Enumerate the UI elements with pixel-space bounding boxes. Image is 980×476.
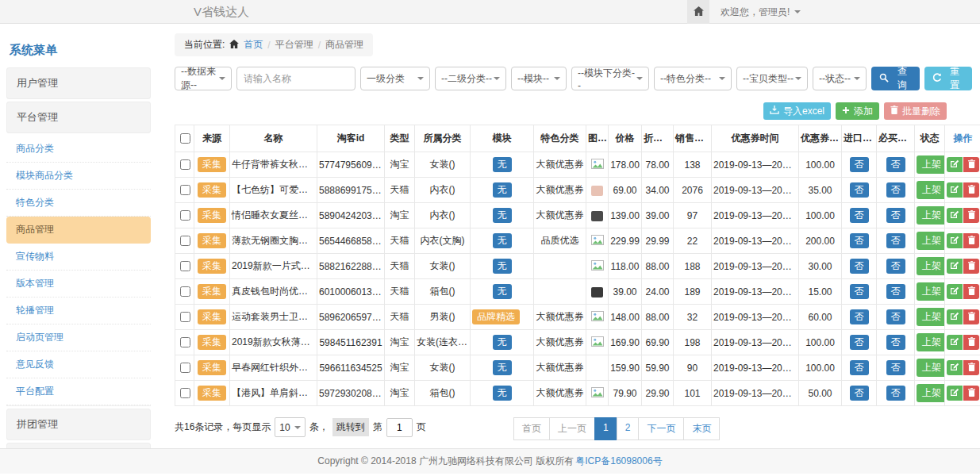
must-buy-flag-badge[interactable]: 否	[886, 157, 905, 172]
user-menu[interactable]: 欢迎您，管理员!	[721, 6, 801, 19]
import-flag-badge[interactable]: 否	[850, 182, 869, 198]
sidebar-subitem-link[interactable]: 意见反馈	[6, 351, 151, 378]
page-button-首页[interactable]: 首页	[513, 417, 550, 440]
sidebar-subitem-link[interactable]: 特色分类	[6, 190, 151, 217]
status-on-shelf-button[interactable]: 上架	[917, 384, 945, 402]
import-flag-badge[interactable]: 否	[850, 309, 869, 324]
sidebar-item-user-management[interactable]: 用户管理	[6, 67, 151, 99]
breadcrumb-home-link[interactable]: 首页	[244, 38, 263, 52]
sidebar-subitem-link[interactable]: 平台配置	[6, 378, 151, 405]
sidebar-item[interactable]: 拼团管理	[6, 409, 151, 440]
filter-feature-category-select[interactable]: --特色分类--	[654, 67, 732, 90]
sidebar-subitem-link[interactable]: 轮播管理	[6, 298, 151, 324]
edit-button[interactable]	[947, 233, 963, 248]
must-buy-flag-badge[interactable]: 否	[886, 335, 905, 350]
select-all-checkbox[interactable]	[180, 133, 190, 144]
delete-button[interactable]	[963, 182, 979, 198]
delete-button[interactable]	[963, 233, 979, 248]
delete-button[interactable]	[963, 360, 979, 375]
status-on-shelf-button[interactable]: 上架	[917, 333, 945, 351]
delete-button[interactable]	[963, 386, 979, 401]
filter-module-select[interactable]: --模块--	[511, 67, 567, 90]
filter-status-select[interactable]: --状态--	[813, 67, 867, 90]
page-button-2[interactable]: 2	[617, 417, 640, 440]
page-button-末页[interactable]: 末页	[683, 417, 720, 440]
import-flag-badge[interactable]: 否	[850, 360, 869, 375]
row-checkbox[interactable]	[180, 261, 190, 271]
home-button[interactable]	[687, 0, 709, 24]
delete-button[interactable]	[963, 309, 979, 324]
edit-button[interactable]	[947, 208, 963, 223]
status-on-shelf-button[interactable]: 上架	[917, 232, 945, 250]
must-buy-flag-badge[interactable]: 否	[886, 233, 905, 248]
import-flag-badge[interactable]: 否	[850, 335, 869, 350]
row-checkbox[interactable]	[180, 159, 190, 170]
filter-item-type-select[interactable]: --宝贝类型--	[736, 67, 808, 90]
filter-level1-category-select[interactable]: 一级分类	[360, 67, 430, 90]
per-page-select[interactable]: 10	[275, 417, 305, 437]
name-search-input[interactable]	[236, 67, 355, 90]
delete-button[interactable]	[963, 284, 979, 299]
must-buy-flag-badge[interactable]: 否	[886, 182, 905, 198]
edit-button[interactable]	[947, 309, 963, 324]
edit-button[interactable]	[947, 259, 963, 274]
edit-button[interactable]	[947, 386, 963, 401]
status-on-shelf-button[interactable]: 上架	[917, 155, 945, 174]
sidebar-subitem-link[interactable]: 模块商品分类	[6, 163, 151, 190]
sidebar-item-platform-management[interactable]: 平台管理	[6, 102, 151, 133]
import-flag-badge[interactable]: 否	[850, 233, 869, 248]
reset-button[interactable]: 重置	[924, 67, 973, 90]
edit-button[interactable]	[947, 182, 963, 198]
row-checkbox[interactable]	[180, 210, 190, 221]
delete-button[interactable]	[963, 259, 979, 274]
status-on-shelf-button[interactable]: 上架	[917, 181, 945, 199]
search-button[interactable]: 查询	[871, 67, 920, 90]
delete-button[interactable]	[963, 157, 979, 172]
row-checkbox[interactable]	[180, 286, 190, 297]
filter-module-subcategory-select[interactable]: --模块下分类--	[571, 67, 649, 90]
page-number-input[interactable]	[386, 418, 413, 437]
must-buy-flag-badge[interactable]: 否	[886, 386, 905, 401]
add-button[interactable]: 添加	[836, 102, 879, 120]
page-button-上一页[interactable]: 上一页	[549, 417, 595, 440]
must-buy-flag-badge[interactable]: 否	[886, 360, 905, 375]
icp-link[interactable]: 粤ICP备16098006号	[575, 455, 662, 468]
sidebar-subitem-active[interactable]: 商品管理	[6, 217, 151, 244]
delete-button[interactable]	[963, 335, 979, 350]
must-buy-flag-badge[interactable]: 否	[886, 208, 905, 223]
must-buy-flag-badge[interactable]: 否	[886, 309, 905, 324]
row-checkbox[interactable]	[180, 363, 190, 373]
must-buy-flag-badge[interactable]: 否	[886, 259, 905, 274]
row-checkbox[interactable]	[180, 312, 190, 322]
status-on-shelf-button[interactable]: 上架	[917, 308, 945, 326]
status-on-shelf-button[interactable]: 上架	[917, 359, 945, 377]
filter-data-source-select[interactable]: --数据来源--	[175, 67, 232, 90]
edit-button[interactable]	[947, 284, 963, 299]
sidebar-subitem-link[interactable]: 启动页管理	[6, 324, 151, 351]
sidebar-subitem-link[interactable]: 商品分类	[6, 136, 151, 163]
sidebar-subitem-link[interactable]: 版本管理	[6, 271, 151, 298]
edit-button[interactable]	[947, 335, 963, 350]
jump-to-button[interactable]: 跳转到	[332, 418, 369, 436]
row-checkbox[interactable]	[180, 185, 190, 195]
import-flag-badge[interactable]: 否	[850, 284, 869, 299]
import-flag-badge[interactable]: 否	[850, 208, 869, 223]
edit-button[interactable]	[947, 360, 963, 375]
sidebar-subitem-link[interactable]: 宣传物料	[6, 244, 151, 271]
import-flag-badge[interactable]: 否	[850, 157, 869, 172]
must-buy-flag-badge[interactable]: 否	[886, 284, 905, 299]
status-on-shelf-button[interactable]: 上架	[917, 282, 945, 301]
page-button-下一页[interactable]: 下一页	[638, 417, 684, 440]
status-on-shelf-button[interactable]: 上架	[917, 206, 945, 225]
batch-delete-button[interactable]: 批量删除	[884, 102, 947, 120]
row-checkbox[interactable]	[180, 388, 190, 398]
edit-button[interactable]	[947, 157, 963, 172]
import-flag-badge[interactable]: 否	[850, 259, 869, 274]
filter-level2-category-select[interactable]: --二级分类--	[435, 67, 506, 90]
row-checkbox[interactable]	[180, 236, 190, 246]
import-excel-button[interactable]: 导入excel	[763, 102, 831, 120]
page-button-1[interactable]: 1	[594, 417, 617, 440]
row-checkbox[interactable]	[180, 337, 190, 347]
import-flag-badge[interactable]: 否	[850, 386, 869, 401]
delete-button[interactable]	[963, 208, 979, 223]
